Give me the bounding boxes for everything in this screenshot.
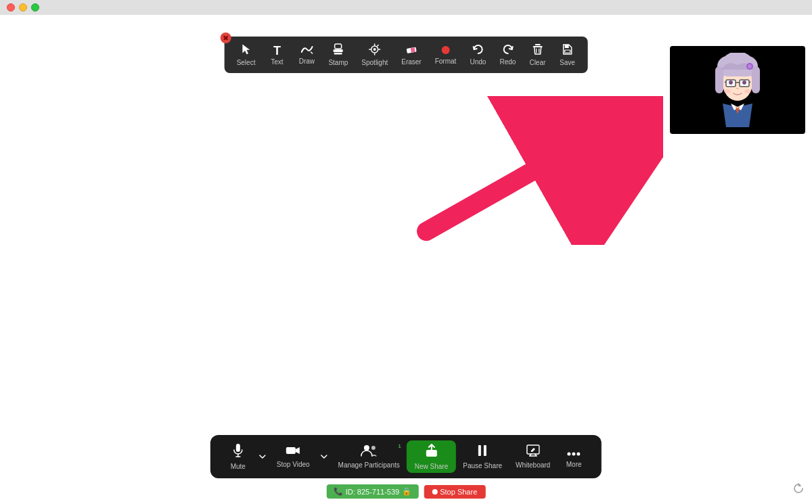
meeting-id-text: ID: 825-711-539 (346, 488, 400, 496)
clear-icon (532, 43, 543, 58)
whiteboard-label: Whiteboard (516, 461, 550, 469)
svg-point-47 (568, 453, 571, 456)
maximize-button[interactable] (31, 3, 39, 12)
toolbar-eraser[interactable]: Eraser (394, 41, 428, 68)
toolbar-clear[interactable]: Clear (522, 41, 552, 69)
traffic-lights (7, 3, 39, 12)
clear-label: Clear (529, 59, 545, 66)
undo-label: Undo (470, 58, 486, 66)
mute-button[interactable]: Mute (221, 440, 255, 473)
pause-share-button[interactable]: Pause Share (456, 441, 509, 472)
lock-icon: 🔒 (402, 487, 411, 496)
svg-rect-2 (334, 53, 342, 55)
spotlight-icon (369, 43, 381, 58)
toolbar-redo[interactable]: Redo (493, 41, 522, 68)
save-icon (562, 43, 572, 58)
meeting-id-bar: 📞 ID: 825-711-539 🔒 Stop Share (327, 484, 486, 499)
text-label: Text (271, 58, 283, 66)
participants-label: Manage Participants (338, 461, 400, 469)
svg-line-28 (725, 82, 726, 83)
avatar-image (707, 53, 768, 127)
stop-share-dot (432, 489, 437, 495)
new-share-label: New Share (415, 463, 448, 470)
toolbar-spotlight[interactable]: Spotlight (355, 41, 394, 69)
redo-icon (501, 44, 514, 57)
toolbar-format[interactable]: Format (428, 43, 464, 68)
draw-icon (300, 45, 313, 56)
select-icon (241, 43, 252, 58)
toolbar-draw[interactable]: Draw (292, 42, 321, 68)
svg-line-29 (749, 82, 750, 83)
svg-rect-41 (478, 445, 481, 456)
more-button[interactable]: More (557, 442, 591, 471)
whiteboard-icon (526, 444, 540, 460)
bottom-toolbar: Mute Stop Video (210, 435, 602, 478)
svg-rect-21 (715, 66, 723, 93)
toolbar-close-button[interactable] (221, 32, 231, 43)
svg-rect-15 (564, 45, 568, 48)
toolbar-save[interactable]: Save (552, 41, 582, 69)
stamp-label: Stamp (328, 59, 348, 66)
whiteboard-button[interactable]: Whiteboard (509, 442, 557, 472)
svg-rect-42 (484, 445, 487, 456)
participant-count: 1 (398, 443, 401, 449)
main-area: Select T Text Draw (0, 15, 812, 504)
manage-participants-button[interactable]: 1 Manage Participants (332, 442, 407, 472)
svg-point-38 (364, 445, 369, 451)
mute-chevron[interactable] (255, 452, 270, 461)
svg-rect-34 (236, 444, 240, 452)
new-share-button[interactable]: New Share (407, 440, 456, 473)
eraser-label: Eraser (401, 58, 421, 66)
share-icon (424, 443, 438, 461)
svg-rect-10 (411, 47, 415, 53)
more-label: More (566, 461, 582, 468)
stop-share-label: Stop Share (440, 488, 477, 496)
drawing-toolbar: Select T Text Draw (225, 37, 588, 73)
video-chevron[interactable] (317, 452, 332, 461)
svg-point-33 (748, 64, 752, 68)
svg-point-31 (744, 89, 751, 93)
stamp-icon (333, 43, 344, 58)
mute-label: Mute (231, 463, 246, 470)
format-label: Format (435, 58, 457, 65)
svg-point-30 (724, 89, 731, 93)
stop-share-button[interactable]: Stop Share (424, 485, 485, 499)
minimize-button[interactable] (19, 3, 27, 12)
toolbar-text[interactable]: T Text (262, 42, 292, 68)
camera-icon (286, 445, 300, 459)
stop-video-button[interactable]: Stop Video (270, 442, 317, 471)
svg-point-48 (572, 453, 576, 456)
undo-icon (472, 44, 484, 57)
toolbar-stamp[interactable]: Stamp (321, 41, 355, 69)
svg-rect-16 (564, 50, 570, 53)
eraser-icon (405, 44, 418, 57)
mic-icon (233, 443, 244, 461)
pause-icon (477, 444, 488, 461)
redo-label: Redo (499, 58, 516, 66)
close-button[interactable] (7, 3, 15, 12)
phone-icon: 📞 (334, 487, 343, 496)
select-label: Select (237, 59, 256, 66)
save-label: Save (560, 59, 575, 66)
svg-point-8 (374, 48, 376, 51)
more-icon (567, 445, 581, 459)
toolbar-undo[interactable]: Undo (463, 41, 493, 68)
video-thumbnail (670, 46, 805, 134)
text-icon: T (273, 45, 281, 57)
stop-video-label: Stop Video (277, 461, 310, 468)
participants-icon (361, 444, 377, 460)
svg-rect-12 (535, 44, 540, 45)
title-bar (0, 0, 812, 15)
svg-rect-1 (334, 49, 343, 52)
meeting-id-badge: 📞 ID: 825-711-539 🔒 (327, 484, 419, 499)
pause-share-label: Pause Share (463, 462, 502, 469)
format-icon (442, 45, 450, 56)
svg-point-49 (577, 453, 581, 456)
svg-rect-22 (752, 66, 760, 93)
svg-rect-0 (335, 44, 342, 49)
toolbar-select[interactable]: Select (230, 41, 263, 69)
spotlight-label: Spotlight (361, 59, 388, 66)
svg-point-26 (729, 81, 733, 85)
refresh-icon[interactable] (793, 483, 804, 496)
svg-point-39 (371, 446, 376, 450)
